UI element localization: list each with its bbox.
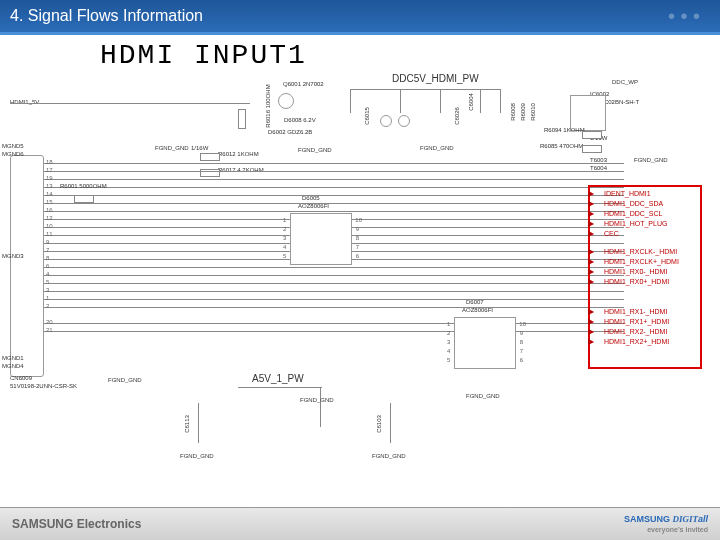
- signal-label: ▶HDMI1_DDC_SDA: [590, 199, 663, 209]
- fgnd-r: FGND_GND: [634, 157, 668, 163]
- arrow-icon: ▶: [588, 327, 594, 337]
- pin-number: 11: [46, 231, 53, 237]
- pin-number: 17: [46, 167, 53, 173]
- wire: [44, 187, 624, 188]
- wire: [10, 103, 250, 104]
- rail-a5v: A5V_1_PW: [252, 373, 304, 384]
- r6010-label: R6010: [530, 103, 536, 121]
- hdmi5v-label: HDMI1_5V: [10, 99, 39, 105]
- pin-number: 6: [46, 263, 49, 269]
- signal-label: ▶HDMI1_RX0-_HDMI: [590, 267, 667, 277]
- wire: [44, 307, 624, 308]
- pin-number: 20: [46, 319, 53, 325]
- r6012-label: R6012 1KOHM: [218, 151, 259, 157]
- schematic-body: HDMI INPUT1 DDC5V_HDMI_PW HDMI1_5V Q6001…: [0, 35, 720, 505]
- wire: [400, 89, 401, 113]
- mgnd1: MGND1: [2, 355, 24, 361]
- cn-part: 51V0198-2UNN-CSR-SK: [10, 383, 77, 389]
- resistor: [74, 195, 94, 203]
- ic6002-box: [570, 95, 606, 131]
- d6005-ref: D6005: [302, 195, 320, 201]
- w-label: 1/16W: [191, 145, 208, 151]
- arrow-icon: ▶: [588, 277, 594, 287]
- fgnd-b1: FGND_GND: [180, 453, 214, 459]
- mgnd3: MGND3: [2, 253, 24, 259]
- c6103-label: C6103: [376, 415, 382, 433]
- pin-number: 7: [46, 247, 49, 253]
- r6009-label: R6009: [520, 103, 526, 121]
- arrow-icon: ▶: [588, 267, 594, 277]
- d6007-part: AOZ8006FI: [462, 307, 493, 313]
- fgnd-b3: FGND_GND: [466, 393, 500, 399]
- c6026-label: C6026: [454, 107, 460, 125]
- wire: [44, 211, 624, 212]
- pin-number: 10: [46, 223, 53, 229]
- arrow-icon: ▶: [588, 199, 594, 209]
- pin-number: 3: [46, 287, 49, 293]
- arrow-icon: ▶: [588, 307, 594, 317]
- wire: [44, 171, 624, 172]
- signal-label: ▶CEC: [590, 229, 619, 239]
- schematic-title: HDMI INPUT1: [100, 40, 307, 71]
- wire: [44, 203, 624, 204]
- pin-number: 9: [46, 239, 49, 245]
- pin-number: 5: [46, 279, 49, 285]
- wire: [44, 323, 624, 324]
- rail-ddc5v: DDC5V_HDMI_PW: [392, 73, 479, 84]
- signal-label: ▶HDMI1_RX2-_HDMI: [590, 327, 667, 337]
- wire: [350, 89, 500, 90]
- resistor: [238, 109, 246, 129]
- d6002-label: D6002 GDZ6.2B: [268, 129, 312, 135]
- c6004-label: C6004: [468, 93, 474, 111]
- pin-number: 1: [46, 295, 49, 301]
- header-title: 4. Signal Flows Information: [10, 7, 203, 24]
- wire: [44, 291, 624, 292]
- footer-brand: SAMSUNG DIGITall everyone's invited: [624, 514, 708, 534]
- mgnd4: MGND4: [2, 363, 24, 369]
- slide-footer: SAMSUNG Electronics SAMSUNG DIGITall eve…: [0, 507, 720, 540]
- r6008-label: R6008: [510, 103, 516, 121]
- ddc-wp-label: DDC_WP: [612, 79, 638, 85]
- pin-number: 2: [46, 303, 49, 309]
- fgnd-b2: FGND_GND: [372, 453, 406, 459]
- wire: [198, 403, 199, 443]
- transistor-symbol: [398, 115, 410, 127]
- pin-number: 19: [46, 175, 53, 181]
- pin-number: 12: [46, 215, 53, 221]
- signal-label: ▶HDMI1_RX0+_HDMI: [590, 277, 669, 287]
- r6085-label: R6085 470OHM: [540, 143, 583, 149]
- mgnd5: MGND5: [2, 143, 24, 149]
- signal-label: ▶HDMI1_RXCLK+_HDMI: [590, 257, 679, 267]
- brand-main: SAMSUNG: [624, 514, 670, 524]
- wire: [350, 89, 351, 113]
- fgnd-2: FGND_GND: [298, 147, 332, 153]
- output-signals-box: ▶IDENT_HDMI1▶HDMI1_DDC_SDA▶HDMI1_DDC_SCL…: [588, 185, 702, 369]
- fgnd-mid: FGND_GND: [420, 145, 454, 151]
- arrow-icon: ▶: [588, 257, 594, 267]
- brand-sub2: all: [698, 514, 708, 524]
- signal-label: ▶IDENT_HDMI1: [590, 189, 651, 199]
- wire: [44, 283, 624, 284]
- wire: [44, 331, 624, 332]
- pin-number: 15: [46, 199, 53, 205]
- pin-number: 16: [46, 207, 53, 213]
- fgnd-conn: FGND_GND: [108, 377, 142, 383]
- fgnd-a5v-r: FGND_GND: [300, 397, 334, 403]
- footer-left: SAMSUNG Electronics: [12, 517, 141, 531]
- wire: [44, 275, 624, 276]
- arrow-icon: ▶: [588, 247, 594, 257]
- r6001-label: R6001 5000OHM: [60, 183, 107, 189]
- pin-number: 14: [46, 191, 53, 197]
- slide-header: 4. Signal Flows Information • • •: [0, 0, 720, 35]
- brand-sub1: DIGIT: [672, 514, 698, 524]
- wire: [320, 387, 321, 427]
- wire: [44, 195, 624, 196]
- transistor-symbol: [380, 115, 392, 127]
- signal-label: ▶HDMI1_RX1-_HDMI: [590, 307, 667, 317]
- pin-number: 18: [46, 159, 53, 165]
- wire: [44, 163, 624, 164]
- cn-ref: CN6009: [10, 375, 32, 381]
- resistor: [582, 145, 602, 153]
- arrow-icon: ▶: [588, 219, 594, 229]
- arrow-icon: ▶: [588, 337, 594, 347]
